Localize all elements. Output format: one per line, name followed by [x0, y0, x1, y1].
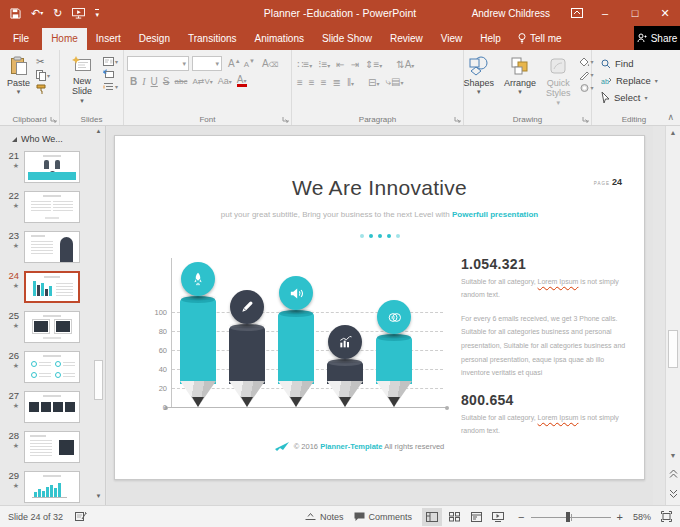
- layout-icon[interactable]: ▾: [103, 57, 118, 66]
- ribbon-display-options-icon[interactable]: [564, 0, 590, 26]
- slide-thumbnail-22[interactable]: 22★: [0, 188, 105, 228]
- bullets-icon[interactable]: ∷≡▾: [297, 59, 312, 70]
- slide-thumbnail-28[interactable]: 28★: [0, 428, 105, 468]
- collapse-ribbon-icon[interactable]: ∧: [667, 112, 674, 122]
- thumbnail-text-box[interactable]: [24, 431, 80, 463]
- paste-button[interactable]: Paste▾: [3, 54, 34, 111]
- strikethrough-icon[interactable]: abc: [174, 77, 187, 86]
- zoom-slider[interactable]: [531, 512, 611, 522]
- slide-thumbnail-26[interactable]: 26★: [0, 348, 105, 388]
- scroll-up-icon[interactable]: ▲: [666, 129, 680, 136]
- notes-toggle[interactable]: Notes: [305, 512, 344, 522]
- thumbnail-chart[interactable]: [24, 271, 80, 303]
- font-dialog-launcher-icon[interactable]: [282, 116, 289, 123]
- slide-thumbnail-21[interactable]: 21★: [0, 148, 105, 188]
- justify-icon[interactable]: ≣: [333, 77, 341, 88]
- tab-design[interactable]: Design: [130, 28, 179, 50]
- slide-counter[interactable]: Slide 24 of 32: [8, 512, 63, 522]
- tab-slide-show[interactable]: Slide Show: [313, 28, 381, 50]
- scrollbar-thumb[interactable]: [668, 330, 678, 368]
- quick-styles-button[interactable]: Quick Styles▾: [542, 54, 575, 111]
- pencil-bar-rocket[interactable]: [180, 259, 216, 408]
- smartart-convert-icon[interactable]: ⤷▤▾: [385, 76, 403, 88]
- thumbnail-teal-badges[interactable]: [24, 351, 80, 383]
- align-right-icon[interactable]: ≡: [321, 77, 327, 88]
- maximize-button[interactable]: □: [620, 0, 650, 26]
- find-button[interactable]: Find: [601, 55, 671, 72]
- next-slide-icon[interactable]: [666, 489, 680, 499]
- new-slide-button[interactable]: New Slide▾: [63, 54, 101, 111]
- slide-title[interactable]: We Are Innovative: [115, 176, 644, 200]
- change-case-icon[interactable]: Aa▾: [218, 76, 232, 86]
- align-center-icon[interactable]: ≡: [309, 77, 315, 88]
- format-painter-icon[interactable]: [36, 84, 50, 95]
- pencil-bar-chart[interactable]: 020406080100: [141, 256, 451, 412]
- tab-review[interactable]: Review: [381, 28, 432, 50]
- underline-icon[interactable]: U: [151, 76, 158, 87]
- tab-animations[interactable]: Animations: [246, 28, 313, 50]
- increase-indent-icon[interactable]: ⇥: [351, 59, 359, 70]
- section-header[interactable]: Who We...: [0, 126, 105, 148]
- drawing-dialog-launcher-icon[interactable]: [582, 116, 589, 123]
- normal-view-button[interactable]: [422, 508, 442, 526]
- paragraph-dialog-launcher-icon[interactable]: [454, 116, 461, 123]
- font-color-icon[interactable]: A▾: [237, 75, 247, 87]
- cut-icon[interactable]: ✂: [36, 57, 50, 67]
- arrange-button[interactable]: Arrange▾: [500, 54, 540, 111]
- undo-icon[interactable]: ↶▾: [31, 8, 43, 19]
- minimize-button[interactable]: –: [590, 0, 620, 26]
- decrease-font-size-icon[interactable]: A▼: [244, 58, 255, 69]
- tab-insert[interactable]: Insert: [87, 28, 130, 50]
- panel-scroll-down-icon[interactable]: ▼: [93, 493, 104, 503]
- tell-me-box[interactable]: Tell me: [510, 28, 570, 50]
- pencil-bar-coins[interactable]: [376, 297, 412, 408]
- panel-scrollbar-thumb[interactable]: [94, 360, 103, 400]
- text-shadow-icon[interactable]: S: [163, 76, 170, 87]
- section-icon[interactable]: ▾: [103, 82, 118, 91]
- save-icon[interactable]: [10, 8, 21, 19]
- replace-button[interactable]: ab Replace▾: [601, 72, 671, 89]
- thumbnail-team-banner[interactable]: [24, 151, 80, 183]
- close-button[interactable]: ✕: [650, 0, 680, 26]
- columns-icon[interactable]: ‖▾: [347, 77, 354, 88]
- tab-transitions[interactable]: Transitions: [179, 28, 246, 50]
- pencil-bar-megaphone[interactable]: [278, 273, 314, 408]
- increase-font-size-icon[interactable]: A▲: [228, 58, 241, 69]
- thumbnail-silhouette[interactable]: [24, 231, 80, 263]
- fit-to-window-icon[interactable]: [661, 511, 672, 522]
- slide-thumbnail-25[interactable]: 25★: [0, 308, 105, 348]
- shapes-button[interactable]: Shapes▾: [459, 54, 498, 111]
- numbering-icon[interactable]: ⁝≡▾: [318, 59, 330, 70]
- thumbnail-two-boxes[interactable]: [24, 311, 80, 343]
- previous-slide-icon[interactable]: [666, 469, 680, 479]
- vertical-scrollbar[interactable]: ▲ ▼: [665, 126, 680, 505]
- clear-formatting-icon[interactable]: A⌫: [262, 58, 279, 69]
- share-button[interactable]: Share: [634, 26, 680, 50]
- character-spacing-icon[interactable]: A⇄V▾: [192, 77, 212, 86]
- tab-file[interactable]: File: [0, 28, 42, 50]
- line-spacing-icon[interactable]: ⇕≡▾: [365, 59, 382, 70]
- zoom-in-icon[interactable]: +: [617, 511, 623, 523]
- select-button[interactable]: Select▾: [601, 89, 671, 106]
- slide-thumbnail-23[interactable]: 23★: [0, 228, 105, 268]
- copy-icon[interactable]: ▾: [36, 70, 50, 81]
- text-direction-icon[interactable]: ⇅A▾: [396, 59, 414, 70]
- start-slideshow-icon[interactable]: [72, 8, 85, 19]
- slide-thumbnail-24[interactable]: 24★: [0, 268, 105, 308]
- slide-subtitle[interactable]: put your great subtitle, Bring your busi…: [115, 210, 644, 219]
- thumbnail-teal-bars[interactable]: [24, 471, 80, 503]
- spell-check-icon[interactable]: [75, 511, 87, 522]
- font-name-combobox[interactable]: ▾: [127, 56, 189, 71]
- tab-help[interactable]: Help: [471, 28, 510, 50]
- reading-view-button[interactable]: [466, 508, 486, 526]
- reset-slide-icon[interactable]: [103, 69, 118, 79]
- slide-sorter-view-button[interactable]: [444, 508, 464, 526]
- account-name[interactable]: Andrew Childress: [472, 8, 550, 19]
- thumbnail-text-cols[interactable]: [24, 191, 80, 223]
- slide-thumbnail-29[interactable]: 29★: [0, 468, 105, 505]
- decrease-indent-icon[interactable]: ⇤: [336, 59, 344, 70]
- redo-icon[interactable]: ↻: [53, 8, 62, 19]
- zoom-level[interactable]: 58%: [633, 512, 651, 522]
- font-size-combobox[interactable]: ▾: [192, 56, 222, 71]
- pencil-bar-pencil[interactable]: [229, 287, 265, 408]
